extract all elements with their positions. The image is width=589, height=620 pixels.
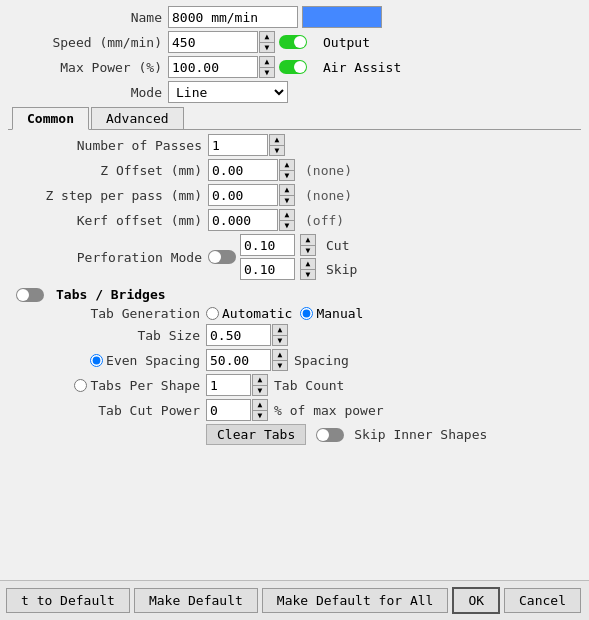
perf-skip-input[interactable]	[240, 258, 295, 280]
perf-cut-input[interactable]	[240, 234, 295, 256]
tab-size-down[interactable]: ▼	[272, 335, 288, 346]
main-container: Name Speed (mm/min) ▲ ▼ Output Max Power…	[0, 0, 589, 620]
tabs-per-shape-up[interactable]: ▲	[252, 374, 268, 385]
perf-toggle[interactable]	[208, 250, 236, 264]
z-offset-spinner[interactable]: ▲ ▼	[279, 159, 295, 181]
air-assist-toggle[interactable]	[279, 60, 307, 74]
tabs-per-shape-row: Tabs Per Shape ▲ ▼ Tab Count	[8, 374, 581, 396]
perf-cut-label: Cut	[326, 238, 349, 253]
tab-cut-power-unit: % of max power	[274, 403, 384, 418]
kerf-up[interactable]: ▲	[279, 209, 295, 220]
form-area: Name Speed (mm/min) ▲ ▼ Output Max Power…	[0, 0, 589, 580]
tab-gen-auto-text: Automatic	[222, 306, 292, 321]
tabs-bridges-label: Tabs / Bridges	[56, 287, 166, 302]
tab-gen-auto-radio[interactable]	[206, 307, 219, 320]
tab-gen-manual-text: Manual	[316, 306, 363, 321]
name-row: Name	[8, 6, 581, 28]
perf-cut-row: ▲ ▼ Cut	[240, 234, 357, 256]
even-spacing-down[interactable]: ▼	[272, 360, 288, 371]
output-toggle[interactable]	[279, 35, 307, 49]
make-default-button[interactable]: Make Default	[134, 588, 258, 613]
bottom-buttons-left: t to Default Make Default Make Default f…	[6, 588, 448, 613]
z-step-row: Z step per pass (mm) ▲ ▼ (none)	[8, 184, 581, 206]
output-label: Output	[323, 35, 370, 50]
power-down[interactable]: ▼	[259, 67, 275, 78]
mode-label: Mode	[8, 85, 168, 100]
ok-button[interactable]: OK	[452, 587, 500, 614]
tab-content-common: Number of Passes ▲ ▼ Z Offset (mm) ▲ ▼ (…	[8, 130, 581, 452]
tab-cut-power-input[interactable]	[206, 399, 251, 421]
num-passes-row: Number of Passes ▲ ▼	[8, 134, 581, 156]
cancel-button[interactable]: Cancel	[504, 588, 581, 613]
tab-common[interactable]: Common	[12, 107, 89, 130]
z-offset-input[interactable]	[208, 159, 278, 181]
tabs-per-shape-radio-label[interactable]: Tabs Per Shape	[16, 378, 200, 393]
color-box[interactable]	[302, 6, 382, 28]
max-power-input[interactable]	[168, 56, 258, 78]
num-passes-input[interactable]	[208, 134, 268, 156]
z-offset-down[interactable]: ▼	[279, 170, 295, 181]
even-spacing-up[interactable]: ▲	[272, 349, 288, 360]
tab-cut-power-up[interactable]: ▲	[252, 399, 268, 410]
z-offset-up[interactable]: ▲	[279, 159, 295, 170]
skip-up[interactable]: ▲	[300, 258, 316, 269]
bottom-bar: t to Default Make Default Make Default f…	[0, 580, 589, 620]
tabs-per-shape-radio[interactable]	[74, 379, 87, 392]
max-power-spinner[interactable]: ▲ ▼	[259, 56, 275, 78]
kerf-input[interactable]	[208, 209, 278, 231]
tabs-per-shape-spinner[interactable]: ▲ ▼	[252, 374, 268, 396]
air-assist-row: Air Assist	[279, 60, 401, 75]
cut-up[interactable]: ▲	[300, 234, 316, 245]
skip-inner-toggle[interactable]	[316, 428, 344, 442]
perf-cut-spinner[interactable]: ▲ ▼	[300, 234, 316, 256]
tabs-per-shape-down[interactable]: ▼	[252, 385, 268, 396]
air-assist-label: Air Assist	[323, 60, 401, 75]
even-spacing-radio-label[interactable]: Even Spacing	[16, 353, 200, 368]
speed-input[interactable]	[168, 31, 258, 53]
speed-up[interactable]: ▲	[259, 31, 275, 42]
passes-down[interactable]: ▼	[269, 145, 285, 156]
tabs-bridges-header: Tabs / Bridges	[8, 283, 581, 306]
passes-up[interactable]: ▲	[269, 134, 285, 145]
even-spacing-radio[interactable]	[90, 354, 103, 367]
kerf-down[interactable]: ▼	[279, 220, 295, 231]
perf-label: Perforation Mode	[8, 250, 208, 265]
mode-select[interactable]: Line Fill Offset Fill	[168, 81, 288, 103]
z-step-input[interactable]	[208, 184, 278, 206]
even-spacing-input[interactable]	[206, 349, 271, 371]
tab-cut-power-spinner[interactable]: ▲ ▼	[252, 399, 268, 421]
tabs-per-shape-input[interactable]	[206, 374, 251, 396]
reset-to-default-button[interactable]: t to Default	[6, 588, 130, 613]
skip-down[interactable]: ▼	[300, 269, 316, 280]
z-step-up[interactable]: ▲	[279, 184, 295, 195]
z-offset-side: (none)	[305, 163, 352, 178]
z-step-side: (none)	[305, 188, 352, 203]
tab-size-spinner[interactable]: ▲ ▼	[272, 324, 288, 346]
speed-spinner[interactable]: ▲ ▼	[259, 31, 275, 53]
tab-gen-manual-radio[interactable]	[300, 307, 313, 320]
tab-gen-manual-label[interactable]: Manual	[300, 306, 363, 321]
tab-gen-row: Tab Generation Automatic Manual	[8, 306, 581, 321]
name-input[interactable]	[168, 6, 298, 28]
tab-size-input[interactable]	[206, 324, 271, 346]
kerf-label: Kerf offset (mm)	[8, 213, 208, 228]
max-power-label: Max Power (%)	[8, 60, 168, 75]
kerf-spinner[interactable]: ▲ ▼	[279, 209, 295, 231]
num-passes-spinner[interactable]: ▲ ▼	[269, 134, 285, 156]
kerf-side: (off)	[305, 213, 344, 228]
perf-skip-spinner[interactable]: ▲ ▼	[300, 258, 316, 280]
z-step-spinner[interactable]: ▲ ▼	[279, 184, 295, 206]
z-step-down[interactable]: ▼	[279, 195, 295, 206]
power-up[interactable]: ▲	[259, 56, 275, 67]
tab-cut-power-down[interactable]: ▼	[252, 410, 268, 421]
even-spacing-spinner[interactable]: ▲ ▼	[272, 349, 288, 371]
tab-advanced[interactable]: Advanced	[91, 107, 184, 129]
cut-down[interactable]: ▼	[300, 245, 316, 256]
tab-size-up[interactable]: ▲	[272, 324, 288, 335]
tabs-bridges-toggle[interactable]	[16, 288, 44, 302]
clear-tabs-button[interactable]: Clear Tabs	[206, 424, 306, 445]
skip-inner-label: Skip Inner Shapes	[354, 427, 487, 442]
speed-down[interactable]: ▼	[259, 42, 275, 53]
tab-gen-auto-label[interactable]: Automatic	[206, 306, 292, 321]
make-default-all-button[interactable]: Make Default for All	[262, 588, 449, 613]
